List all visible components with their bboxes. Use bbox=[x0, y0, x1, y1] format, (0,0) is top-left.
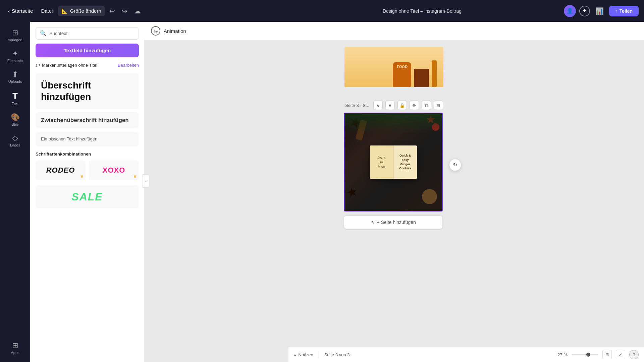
stile-icon: 🎨 bbox=[11, 114, 20, 121]
next-page-button[interactable]: ∨ bbox=[385, 101, 395, 110]
add-textfield-button[interactable]: Textfeld hinzufügen bbox=[36, 44, 139, 57]
header-left: ‹ Startseite Datei 📐 Größe ändern ↩ ↪ ☁ bbox=[5, 5, 280, 17]
sidebar-item-logos[interactable]: ◇ Logos bbox=[2, 131, 29, 150]
sidebar-item-elemente[interactable]: ✦ Elemente bbox=[2, 47, 29, 66]
search-input[interactable] bbox=[49, 31, 135, 36]
grid-view-button[interactable]: ⊞ bbox=[602, 350, 612, 359]
page-label: Seite 3 - S... bbox=[345, 103, 369, 108]
crown-icon-2: ♛ bbox=[133, 174, 137, 179]
page-2-content: FOOD bbox=[344, 47, 443, 87]
fullscreen-button[interactable]: ⤢ bbox=[616, 350, 625, 359]
font-combo-xoxo[interactable]: XOXO ♛ bbox=[89, 161, 139, 180]
add-page-button[interactable]: ↖ + Seite hinzufügen bbox=[344, 216, 443, 229]
apps-icon: ⊞ bbox=[12, 342, 18, 349]
vorlagen-icon: ⊞ bbox=[12, 29, 18, 37]
sidebar-item-apps[interactable]: ⊞ Apps bbox=[2, 339, 29, 358]
book-left-page: LearntoMake bbox=[370, 145, 394, 179]
notes-label: Notizen bbox=[299, 352, 313, 357]
redo-button[interactable]: ↪ bbox=[120, 5, 129, 17]
sidebar-label-logos: Logos bbox=[10, 143, 20, 147]
book-right-page: Quick &EasyGingerCookies bbox=[393, 145, 417, 179]
animation-label: Animation bbox=[164, 28, 186, 34]
zoom-thumb bbox=[586, 353, 590, 357]
rodeo-text: RODEO bbox=[40, 166, 82, 175]
file-menu-button[interactable]: Datei bbox=[38, 6, 55, 16]
resize-button[interactable]: 📐 Größe ändern bbox=[58, 6, 104, 16]
share-button[interactable]: ↑ Teilen bbox=[609, 6, 639, 16]
pages-container: FOOD Seite 3 - S... ∧ ∨ bbox=[344, 47, 444, 340]
document-title: Design ohne Titel – Instagram-Beitrag bbox=[284, 8, 559, 14]
hide-panel-button[interactable]: ‹ bbox=[143, 174, 149, 188]
sidebar-item-uploads[interactable]: ⬆ Uploads bbox=[2, 67, 29, 87]
duplicate-page-button[interactable]: ⊕ bbox=[410, 101, 419, 110]
font-combo-rodeo[interactable]: RODEO ♛ bbox=[36, 161, 86, 180]
sidebar-label-vorlagen: Vorlagen bbox=[8, 38, 22, 42]
zoom-level: 27 % bbox=[557, 352, 568, 357]
search-box: 🔍 bbox=[36, 27, 139, 40]
food-label: FOOD bbox=[397, 65, 408, 69]
resize-emoji: 📐 bbox=[61, 8, 68, 14]
sidebar-label-uploads: Uploads bbox=[8, 79, 22, 83]
box-shape bbox=[414, 69, 429, 87]
brand-kit-left: 🏷 Markenunterlagen ohne Titel bbox=[36, 63, 97, 68]
notes-button[interactable]: ≡ Notizen bbox=[294, 352, 313, 357]
edit-link[interactable]: Bearbeiten bbox=[118, 63, 139, 68]
food-illustration: FOOD bbox=[393, 60, 437, 87]
sidebar-item-vorlagen[interactable]: ⊞ Vorlagen bbox=[2, 26, 29, 45]
divider-1 bbox=[319, 351, 319, 358]
lock-page-button[interactable]: 🔒 bbox=[397, 101, 407, 110]
book-left-text: LearntoMake bbox=[378, 155, 386, 169]
file-label: Datei bbox=[41, 8, 53, 14]
book-center: LearntoMake Quick &EasyGingerCookies bbox=[370, 145, 417, 179]
add-animation-button[interactable]: ⊞ bbox=[434, 101, 443, 110]
book-right-text: Quick &EasyGingerCookies bbox=[399, 154, 411, 170]
delete-page-button[interactable]: 🗑 bbox=[422, 101, 431, 110]
home-label: Startseite bbox=[12, 8, 33, 14]
heading-label: Überschrift hinzufügen bbox=[41, 80, 133, 102]
logos-icon: ◇ bbox=[12, 134, 18, 142]
help-button[interactable]: ? bbox=[629, 350, 639, 359]
pine-bg bbox=[344, 113, 442, 133]
undo-button[interactable]: ↩ bbox=[107, 5, 117, 17]
elemente-icon: ✦ bbox=[12, 50, 18, 57]
brand-kit-label: Markenunterlagen ohne Titel bbox=[42, 63, 97, 68]
page-2-thumbnail[interactable]: FOOD bbox=[344, 47, 443, 87]
refresh-button[interactable]: ↻ bbox=[449, 159, 461, 171]
uploads-icon: ⬆ bbox=[12, 71, 18, 78]
sidebar-label-elemente: Elemente bbox=[7, 59, 23, 63]
orange-slice bbox=[422, 189, 437, 204]
prev-page-button[interactable]: ∧ bbox=[373, 101, 383, 110]
subheading-block[interactable]: Zwischenüberschrift hinzufügen bbox=[36, 112, 139, 128]
heading-block[interactable]: Überschrift hinzufügen bbox=[36, 73, 139, 109]
page-3-canvas[interactable]: LearntoMake Quick &EasyGingerCookies bbox=[344, 113, 443, 212]
share-icon: ↑ bbox=[615, 8, 618, 14]
search-icon: 🔍 bbox=[40, 30, 47, 37]
home-button[interactable]: ‹ Startseite bbox=[5, 6, 36, 16]
brand-kit-icon: 🏷 bbox=[36, 63, 40, 68]
bottom-bar: ≡ Notizen Seite 3 von 3 27 % ⊞ ⤢ ? bbox=[288, 347, 644, 362]
page-3-wrapper: Seite 3 - S... ∧ ∨ 🔒 ⊕ 🗑 ⊞ bbox=[344, 101, 444, 229]
sidebar-item-stile[interactable]: 🎨 Stile bbox=[2, 110, 29, 130]
bottom-right: 27 % ⊞ ⤢ ? bbox=[557, 350, 639, 359]
sale-text: SALE bbox=[40, 191, 135, 203]
animation-toolbar: ◎ Animation bbox=[144, 22, 644, 40]
header-right: 👤 + 📊 ↑ Teilen bbox=[564, 5, 639, 17]
sidebar-item-text[interactable]: T Text bbox=[2, 88, 29, 109]
star-cookie-2 bbox=[346, 186, 359, 199]
body-label: Ein bisschen Text hinzufügen bbox=[41, 136, 133, 141]
sale-preview[interactable]: SALE bbox=[36, 185, 139, 208]
analytics-icon[interactable]: 📊 bbox=[593, 5, 606, 17]
canvas-content[interactable]: FOOD Seite 3 - S... ∧ ∨ bbox=[144, 40, 644, 347]
share-label: Teilen bbox=[620, 8, 633, 14]
subheading-label: Zwischenüberschrift hinzufügen bbox=[41, 117, 133, 124]
sidebar-label-text: Text bbox=[12, 102, 18, 106]
resize-label: Größe ändern bbox=[70, 8, 101, 14]
zoom-slider[interactable] bbox=[572, 354, 598, 355]
add-collaborator-button[interactable]: + bbox=[579, 6, 590, 16]
avatar[interactable]: 👤 bbox=[564, 5, 576, 17]
cloud-save-button[interactable]: ☁ bbox=[132, 5, 143, 17]
crown-icon-1: ♛ bbox=[80, 174, 84, 179]
sidebar-label-apps: Apps bbox=[11, 351, 19, 355]
add-textfield-label: Textfeld hinzufügen bbox=[64, 48, 111, 53]
body-block[interactable]: Ein bisschen Text hinzufügen bbox=[36, 132, 139, 146]
